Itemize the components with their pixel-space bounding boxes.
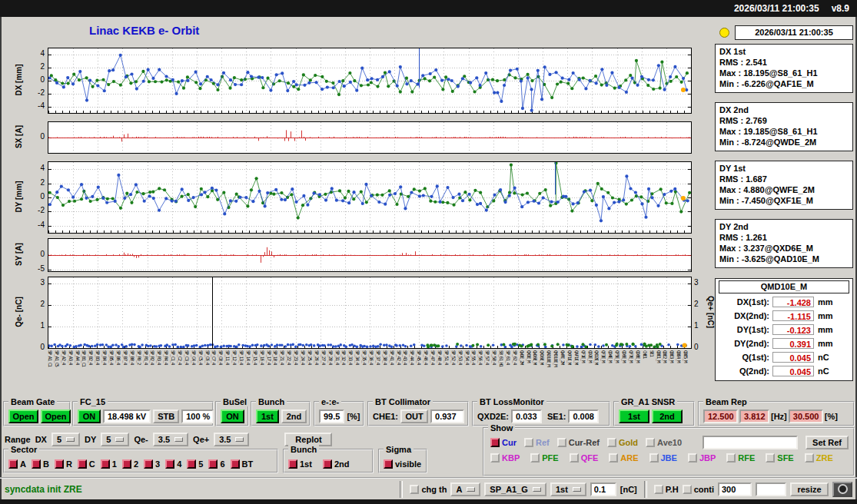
sigma-checkbox-visible[interactable]: visible — [384, 459, 421, 469]
show-checkbox-are[interactable]: ARE — [609, 453, 638, 463]
show-checkbox-sfe[interactable]: SFE — [766, 453, 793, 463]
checkbox-indicator[interactable] — [805, 453, 814, 463]
checkbox-indicator[interactable] — [165, 459, 174, 469]
show-checkbox-jbe[interactable]: JBE — [649, 453, 677, 463]
bunch-select-dropdown[interactable]: 1st — [550, 482, 586, 496]
y-axis-title: Qe- [nC] — [15, 297, 23, 327]
checkbox-indicator[interactable] — [208, 459, 218, 469]
checkbox-indicator[interactable] — [646, 438, 655, 447]
checkbox-indicator[interactable] — [490, 438, 500, 447]
checkbox-indicator[interactable] — [288, 459, 297, 469]
bunch-2nd-button[interactable]: 2nd — [281, 410, 307, 423]
show-checkbox-ref[interactable]: Ref — [524, 438, 550, 447]
checkbox-indicator[interactable] — [384, 459, 393, 469]
beam-gate-open-button-1[interactable]: Open — [8, 410, 38, 423]
beam-gate-open-button-2[interactable]: Open — [41, 410, 71, 423]
checkbox-indicator[interactable] — [8, 459, 18, 469]
show-checkbox-qfe[interactable]: QFE — [570, 453, 599, 463]
checkbox-indicator[interactable] — [688, 453, 697, 463]
fc15-stb-button[interactable]: STB — [153, 410, 179, 423]
checkbox-indicator[interactable] — [570, 453, 579, 463]
che1-value-display: 0.937 — [430, 410, 464, 423]
range-qe-plus-dropdown[interactable]: 3.5 — [214, 433, 249, 446]
checkbox-indicator[interactable] — [490, 453, 500, 463]
bpm-select-dropdown[interactable]: SP_A1_G — [484, 482, 546, 496]
resize-button[interactable]: resize — [790, 482, 829, 496]
busel-on-button[interactable]: ON — [221, 410, 244, 423]
show-checkbox-jbp[interactable]: JBP — [688, 453, 716, 463]
range-dy-dropdown[interactable]: 5 — [101, 433, 129, 446]
sector-checkbox-bt[interactable]: BT — [231, 459, 254, 469]
set-ref-button[interactable]: Set Ref — [806, 436, 849, 449]
checkbox-indicator[interactable] — [557, 438, 566, 447]
show-checkbox-gold[interactable]: Gold — [607, 438, 638, 447]
x-axis-label: QXD6E_M — [540, 350, 545, 364]
show-checkbox-zre[interactable]: ZRE — [805, 453, 833, 463]
chg-th-checkbox[interactable]: chg th — [410, 485, 447, 494]
che1-out-button[interactable]: OUT — [400, 410, 428, 423]
checkbox-indicator[interactable] — [524, 438, 533, 447]
checkbox-indicator[interactable] — [410, 485, 419, 494]
screenshot-button[interactable] — [832, 482, 852, 497]
monitor-row: DY(2nd): 0.391 mm — [719, 337, 849, 350]
checkbox-indicator[interactable] — [766, 453, 775, 463]
checkbox-indicator[interactable] — [323, 459, 332, 469]
conti-checkbox[interactable]: conti — [683, 485, 714, 494]
show-checkbox-curref[interactable]: Cur-Ref — [557, 438, 600, 447]
show-checkbox-cur[interactable]: Cur — [490, 438, 517, 447]
checkbox-indicator[interactable] — [609, 453, 618, 463]
checkbox-indicator[interactable] — [649, 453, 659, 463]
checkbox-indicator[interactable] — [654, 485, 663, 494]
checkbox-indicator[interactable] — [101, 459, 110, 469]
sector-checkbox-4[interactable]: 4 — [165, 459, 181, 469]
x-axis-label: SP_62_4 — [513, 350, 518, 364]
bunch-checkbox-2nd[interactable]: 2nd — [323, 459, 350, 469]
sector-checkbox-6[interactable]: 6 — [208, 459, 224, 469]
checkbox-indicator[interactable] — [144, 459, 153, 469]
checkbox-indicator[interactable] — [187, 459, 196, 469]
range-qe-minus-dropdown[interactable]: 3.5 — [153, 433, 188, 446]
snsr-1st-button[interactable]: 1st — [619, 410, 649, 423]
ph-checkbox[interactable]: P.H — [654, 485, 679, 494]
checkbox-label: A — [20, 459, 26, 469]
sector-select-dropdown[interactable]: A — [450, 482, 480, 496]
bunch-checkbox-1st[interactable]: 1st — [288, 459, 312, 469]
sector-checkbox-3[interactable]: 3 — [144, 459, 160, 469]
sector-checkbox-c[interactable]: C — [78, 459, 95, 469]
show-checkbox-pfe[interactable]: PFE — [530, 453, 558, 463]
checkbox-indicator[interactable] — [683, 485, 692, 494]
range-label: Range — [5, 435, 31, 444]
monitor-value: 0.391 — [772, 338, 814, 349]
count-input[interactable] — [718, 482, 752, 496]
sector-checkbox-2[interactable]: 2 — [122, 459, 138, 469]
x-axis-label: SP_C4_4 — [191, 350, 197, 364]
show-checkbox-rfe[interactable]: RFE — [726, 453, 755, 463]
sector-checkbox-5[interactable]: 5 — [187, 459, 203, 469]
checkbox-indicator[interactable] — [726, 453, 736, 463]
bunch-1st-button[interactable]: 1st — [256, 410, 279, 423]
checkbox-indicator[interactable] — [32, 459, 41, 469]
show-checkbox-ave10[interactable]: Ave10 — [646, 438, 682, 447]
threshold-input[interactable] — [590, 482, 616, 496]
x-axis-label: SP_32_4 — [341, 350, 347, 364]
dropdown-value: 5 — [106, 435, 111, 444]
checkbox-indicator[interactable] — [78, 459, 87, 469]
sector-checkbox-r[interactable]: R — [55, 459, 72, 469]
range-dx-dropdown[interactable]: 5 — [51, 433, 80, 446]
checkbox-indicator[interactable] — [607, 438, 616, 447]
checkbox-indicator[interactable] — [530, 453, 540, 463]
checkbox-indicator[interactable] — [122, 459, 131, 469]
ref-name-input[interactable] — [703, 436, 798, 449]
fc15-group: FC_15 ON 18.498 kV STB 100 % — [72, 401, 214, 426]
checkbox-label: 5 — [198, 459, 203, 469]
sector-checkbox-a[interactable]: A — [8, 459, 26, 469]
sector-checkbox-1[interactable]: 1 — [101, 459, 117, 469]
sector-checkbox-b[interactable]: B — [32, 459, 49, 469]
aux-input[interactable] — [756, 482, 786, 496]
snsr-2nd-button[interactable]: 2nd — [652, 410, 683, 423]
checkbox-indicator[interactable] — [55, 459, 64, 469]
show-checkbox-kbp[interactable]: KBP — [490, 453, 520, 463]
checkbox-indicator[interactable] — [231, 459, 240, 469]
ee-ratio-display: 99.5 — [319, 410, 344, 423]
fc15-on-button[interactable]: ON — [78, 410, 101, 423]
